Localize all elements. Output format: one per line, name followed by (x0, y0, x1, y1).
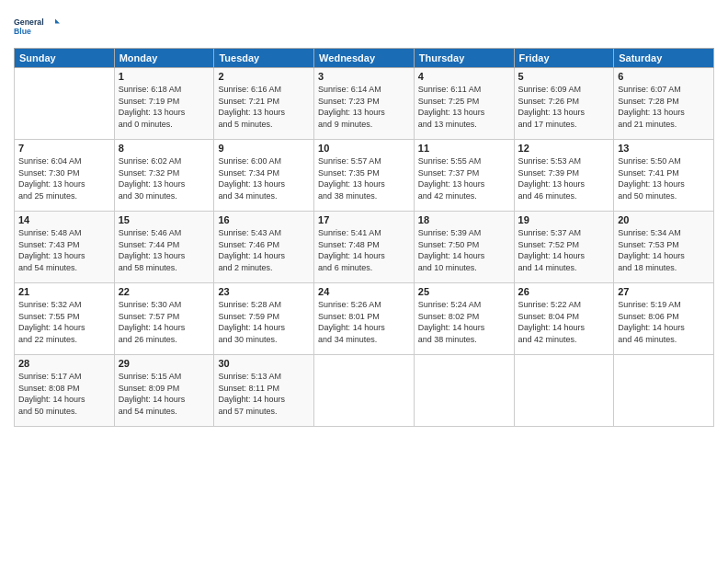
day-number: 5 (518, 71, 610, 82)
day-number: 28 (18, 358, 110, 369)
day-number: 9 (218, 143, 310, 154)
svg-text:General: General (14, 17, 44, 27)
day-info: Sunrise: 6:14 AMSunset: 7:23 PMDaylight:… (318, 84, 410, 130)
week-row-4: 28Sunrise: 5:17 AMSunset: 8:08 PMDayligh… (15, 355, 714, 427)
day-info: Sunrise: 5:24 AMSunset: 8:02 PMDaylight:… (418, 299, 510, 345)
day-number: 27 (618, 286, 710, 297)
day-number: 2 (218, 71, 310, 82)
day-info: Sunrise: 5:53 AMSunset: 7:39 PMDaylight:… (518, 155, 610, 201)
day-info: Sunrise: 5:22 AMSunset: 8:04 PMDaylight:… (518, 299, 610, 345)
day-info: Sunrise: 6:09 AMSunset: 7:26 PMDaylight:… (518, 84, 610, 130)
day-number: 22 (119, 286, 210, 297)
calendar-cell: 6Sunrise: 6:07 AMSunset: 7:28 PMDaylight… (614, 68, 714, 140)
day-info: Sunrise: 5:46 AMSunset: 7:44 PMDaylight:… (119, 227, 210, 273)
calendar-cell: 13Sunrise: 5:50 AMSunset: 7:41 PMDayligh… (614, 140, 714, 212)
page: General Blue SundayMondayTuesdayWednesda… (0, 0, 728, 563)
calendar-cell: 17Sunrise: 5:41 AMSunset: 7:48 PMDayligh… (314, 212, 415, 283)
col-header-sunday: Sunday (15, 49, 115, 68)
calendar-cell (514, 355, 614, 427)
calendar-cell: 20Sunrise: 5:34 AMSunset: 7:53 PMDayligh… (614, 212, 714, 283)
day-number: 13 (618, 143, 710, 154)
calendar-cell: 22Sunrise: 5:30 AMSunset: 7:57 PMDayligh… (114, 283, 214, 355)
calendar-cell: 1Sunrise: 6:18 AMSunset: 7:19 PMDaylight… (114, 68, 214, 140)
day-info: Sunrise: 5:19 AMSunset: 8:06 PMDaylight:… (618, 299, 710, 345)
day-number: 15 (119, 214, 210, 225)
calendar-cell: 25Sunrise: 5:24 AMSunset: 8:02 PMDayligh… (414, 283, 514, 355)
calendar-cell: 8Sunrise: 6:02 AMSunset: 7:32 PMDaylight… (114, 140, 214, 212)
calendar-cell (15, 68, 115, 140)
day-number: 8 (119, 143, 210, 154)
week-row-1: 7Sunrise: 6:04 AMSunset: 7:30 PMDaylight… (15, 140, 714, 212)
calendar-cell: 15Sunrise: 5:46 AMSunset: 7:44 PMDayligh… (114, 212, 214, 283)
calendar-cell: 16Sunrise: 5:43 AMSunset: 7:46 PMDayligh… (214, 212, 314, 283)
day-number: 29 (119, 358, 210, 369)
calendar-cell: 5Sunrise: 6:09 AMSunset: 7:26 PMDaylight… (514, 68, 614, 140)
calendar-cell: 23Sunrise: 5:28 AMSunset: 7:59 PMDayligh… (214, 283, 314, 355)
calendar-cell: 11Sunrise: 5:55 AMSunset: 7:37 PMDayligh… (414, 140, 514, 212)
day-number: 7 (18, 143, 110, 154)
calendar-cell: 4Sunrise: 6:11 AMSunset: 7:25 PMDaylight… (414, 68, 514, 140)
day-number: 17 (318, 214, 410, 225)
col-header-saturday: Saturday (614, 49, 714, 68)
day-info: Sunrise: 5:30 AMSunset: 7:57 PMDaylight:… (119, 299, 210, 345)
calendar-cell: 10Sunrise: 5:57 AMSunset: 7:35 PMDayligh… (314, 140, 415, 212)
day-number: 23 (218, 286, 310, 297)
day-info: Sunrise: 5:41 AMSunset: 7:48 PMDaylight:… (318, 227, 410, 273)
calendar-cell: 29Sunrise: 5:15 AMSunset: 8:09 PMDayligh… (114, 355, 214, 427)
day-info: Sunrise: 5:32 AMSunset: 7:55 PMDaylight:… (18, 299, 110, 345)
day-info: Sunrise: 5:17 AMSunset: 8:08 PMDaylight:… (18, 371, 110, 417)
day-number: 1 (119, 71, 210, 82)
calendar-cell: 19Sunrise: 5:37 AMSunset: 7:52 PMDayligh… (514, 212, 614, 283)
day-info: Sunrise: 5:26 AMSunset: 8:01 PMDaylight:… (318, 299, 410, 345)
day-info: Sunrise: 5:55 AMSunset: 7:37 PMDaylight:… (418, 155, 510, 201)
day-info: Sunrise: 5:15 AMSunset: 8:09 PMDaylight:… (119, 371, 210, 417)
day-info: Sunrise: 6:00 AMSunset: 7:34 PMDaylight:… (218, 155, 310, 201)
logo: General Blue (14, 9, 60, 42)
day-number: 14 (18, 214, 110, 225)
header-row: SundayMondayTuesdayWednesdayThursdayFrid… (15, 49, 714, 68)
day-number: 4 (418, 71, 510, 82)
day-info: Sunrise: 6:18 AMSunset: 7:19 PMDaylight:… (119, 84, 210, 130)
day-number: 21 (18, 286, 110, 297)
col-header-wednesday: Wednesday (314, 49, 415, 68)
day-info: Sunrise: 6:04 AMSunset: 7:30 PMDaylight:… (18, 155, 110, 201)
calendar-cell: 30Sunrise: 5:13 AMSunset: 8:11 PMDayligh… (214, 355, 314, 427)
calendar-cell: 12Sunrise: 5:53 AMSunset: 7:39 PMDayligh… (514, 140, 614, 212)
day-number: 25 (418, 286, 510, 297)
calendar-cell: 3Sunrise: 6:14 AMSunset: 7:23 PMDaylight… (314, 68, 415, 140)
day-info: Sunrise: 6:07 AMSunset: 7:28 PMDaylight:… (618, 84, 710, 130)
day-number: 26 (518, 286, 610, 297)
week-row-0: 1Sunrise: 6:18 AMSunset: 7:19 PMDaylight… (15, 68, 714, 140)
day-number: 12 (518, 143, 610, 154)
header: General Blue (14, 9, 714, 42)
calendar-cell: 24Sunrise: 5:26 AMSunset: 8:01 PMDayligh… (314, 283, 415, 355)
day-info: Sunrise: 6:02 AMSunset: 7:32 PMDaylight:… (119, 155, 210, 201)
day-number: 16 (218, 214, 310, 225)
calendar-cell: 26Sunrise: 5:22 AMSunset: 8:04 PMDayligh… (514, 283, 614, 355)
day-info: Sunrise: 5:39 AMSunset: 7:50 PMDaylight:… (418, 227, 510, 273)
day-number: 11 (418, 143, 510, 154)
calendar-table: SundayMondayTuesdayWednesdayThursdayFrid… (14, 48, 714, 427)
logo-svg: General Blue (14, 9, 60, 42)
calendar-cell: 9Sunrise: 6:00 AMSunset: 7:34 PMDaylight… (214, 140, 314, 212)
day-number: 20 (618, 214, 710, 225)
week-row-3: 21Sunrise: 5:32 AMSunset: 7:55 PMDayligh… (15, 283, 714, 355)
day-info: Sunrise: 5:57 AMSunset: 7:35 PMDaylight:… (318, 155, 410, 201)
day-info: Sunrise: 6:11 AMSunset: 7:25 PMDaylight:… (418, 84, 510, 130)
calendar-cell (414, 355, 514, 427)
calendar-cell: 18Sunrise: 5:39 AMSunset: 7:50 PMDayligh… (414, 212, 514, 283)
day-info: Sunrise: 5:13 AMSunset: 8:11 PMDaylight:… (218, 371, 310, 417)
calendar-cell: 14Sunrise: 5:48 AMSunset: 7:43 PMDayligh… (15, 212, 115, 283)
col-header-monday: Monday (114, 49, 214, 68)
calendar-cell: 7Sunrise: 6:04 AMSunset: 7:30 PMDaylight… (15, 140, 115, 212)
day-number: 30 (218, 358, 310, 369)
day-info: Sunrise: 5:50 AMSunset: 7:41 PMDaylight:… (618, 155, 710, 201)
day-info: Sunrise: 6:16 AMSunset: 7:21 PMDaylight:… (218, 84, 310, 130)
week-row-2: 14Sunrise: 5:48 AMSunset: 7:43 PMDayligh… (15, 212, 714, 283)
col-header-thursday: Thursday (414, 49, 514, 68)
day-info: Sunrise: 5:43 AMSunset: 7:46 PMDaylight:… (218, 227, 310, 273)
svg-text:Blue: Blue (14, 27, 31, 36)
col-header-tuesday: Tuesday (214, 49, 314, 68)
svg-marker-2 (55, 19, 60, 24)
day-number: 18 (418, 214, 510, 225)
